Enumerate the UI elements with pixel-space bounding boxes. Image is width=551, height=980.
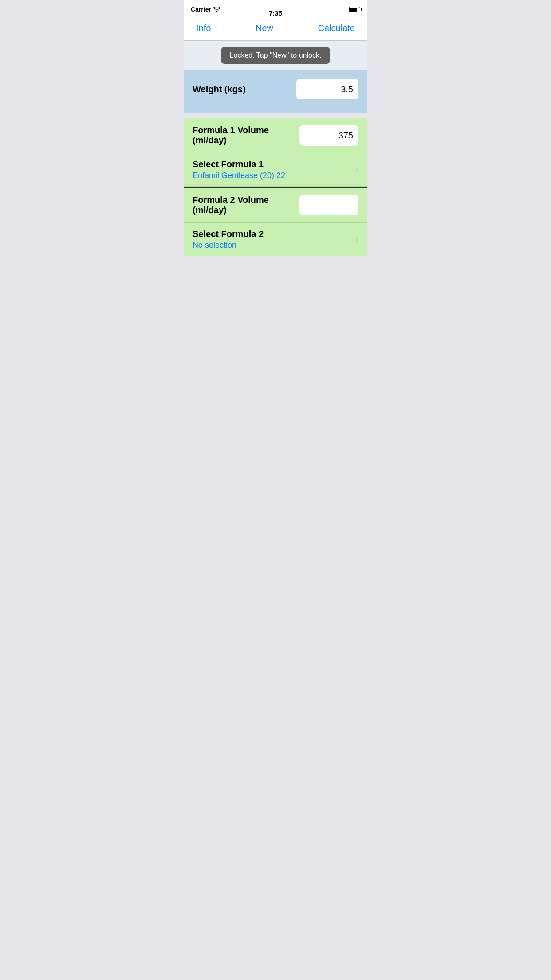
formula1-volume-input[interactable]: 375: [299, 125, 358, 146]
status-bar: Carrier 7:35 AM: [184, 0, 367, 18]
info-button[interactable]: Info: [193, 21, 214, 35]
formula1-selected-value: Enfamil Gentlease (20) 22: [193, 171, 285, 180]
tooltip-container: Locked. Tap "New" to unlock.: [184, 41, 367, 70]
battery-indicator: [349, 7, 360, 12]
select-formula2-row[interactable]: Select Formula 2 No selection ›: [184, 223, 367, 256]
select-formula1-label: Select Formula 1: [193, 159, 285, 170]
new-button[interactable]: New: [256, 23, 273, 33]
formula2-volume-row: Formula 2 Volume (ml/day): [184, 187, 367, 223]
weight-section: Weight (kgs) 3.5: [184, 70, 367, 113]
locked-tooltip: Locked. Tap "New" to unlock.: [221, 47, 331, 64]
select-formula1-row[interactable]: Select Formula 1 Enfamil Gentlease (20) …: [184, 153, 367, 187]
formula1-text-block: Select Formula 1 Enfamil Gentlease (20) …: [193, 159, 285, 180]
carrier-label: Carrier: [191, 6, 211, 13]
select-formula2-label: Select Formula 2: [193, 229, 264, 239]
section-separator: [184, 113, 367, 118]
nav-bar: Info New Calculate: [184, 18, 367, 41]
calculate-button[interactable]: Calculate: [315, 21, 358, 35]
formula1-volume-label: Formula 1 Volume (ml/day): [193, 125, 299, 146]
bottom-area: [184, 256, 367, 367]
formula1-volume-row: Formula 1 Volume (ml/day) 375: [184, 118, 367, 153]
formula2-text-block: Select Formula 2 No selection: [193, 229, 264, 250]
weight-row: Weight (kgs) 3.5: [193, 79, 358, 99]
weight-label: Weight (kgs): [193, 84, 246, 95]
formula-sections: Formula 1 Volume (ml/day) 375 Select For…: [184, 118, 367, 256]
formula2-selected-value: No selection: [193, 241, 264, 250]
battery-fill: [350, 8, 357, 12]
wifi-icon: [213, 7, 220, 12]
formula1-chevron-icon: ›: [355, 165, 358, 175]
formula2-chevron-icon: ›: [355, 234, 358, 245]
formula2-volume-label: Formula 2 Volume (ml/day): [193, 195, 299, 215]
weight-value: 3.5: [341, 84, 353, 95]
formula1-volume-value: 375: [338, 130, 353, 141]
carrier-info: Carrier: [191, 6, 220, 13]
weight-input[interactable]: 3.5: [296, 79, 358, 99]
battery-icon: [349, 7, 360, 12]
formula2-volume-input[interactable]: [299, 195, 358, 215]
